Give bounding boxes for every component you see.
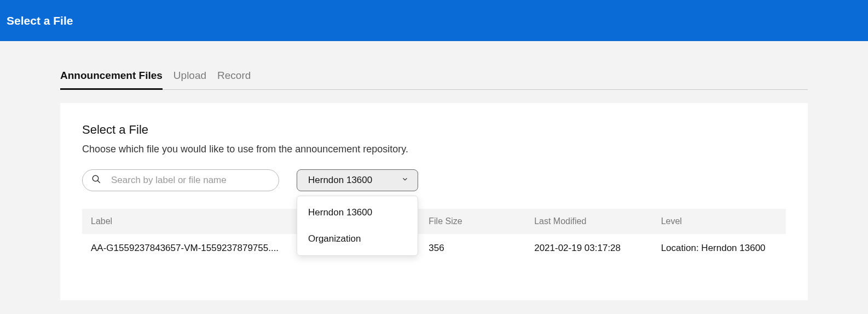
location-dropdown-menu: Herndon 13600 Organization: [297, 196, 418, 256]
panel-title: Select a File: [82, 123, 786, 137]
panel-description: Choose which file you would like to use …: [82, 144, 786, 155]
tab-upload[interactable]: Upload: [173, 70, 206, 89]
panel: Select a File Choose which file you woul…: [60, 103, 808, 300]
header-title: Select a File: [7, 14, 73, 27]
tab-announcement-files[interactable]: Announcement Files: [60, 70, 163, 90]
table-header-row: Label File Size Last Modified Level: [82, 209, 786, 234]
chevron-down-icon: [401, 175, 409, 186]
search-icon: [91, 174, 101, 186]
controls-row: Herndon 13600 Herndon 13600 Organization: [82, 169, 786, 191]
dropdown-selected-label: Herndon 13600: [308, 175, 372, 186]
cell-level: Location: Herndon 13600: [652, 234, 786, 262]
dropdown-option-organization[interactable]: Organization: [297, 226, 418, 252]
location-dropdown: Herndon 13600 Herndon 13600 Organization: [297, 169, 418, 191]
search-input[interactable]: [111, 175, 270, 186]
col-header-filesize[interactable]: File Size: [420, 209, 525, 234]
dropdown-option-herndon[interactable]: Herndon 13600: [297, 199, 418, 226]
cell-lastmodified: 2021-02-19 03:17:28: [525, 234, 652, 262]
search-box[interactable]: [82, 169, 279, 191]
cell-filesize: 356: [420, 234, 525, 262]
tab-record[interactable]: Record: [217, 70, 251, 89]
content-area: Announcement Files Upload Record Select …: [0, 70, 868, 300]
location-dropdown-button[interactable]: Herndon 13600: [297, 169, 418, 191]
files-table: Label File Size Last Modified Level AA-G…: [82, 209, 786, 262]
svg-line-1: [97, 180, 100, 183]
svg-point-0: [92, 175, 99, 181]
tabs-bar: Announcement Files Upload Record: [60, 70, 808, 90]
cell-label: AA-G1559237843657-VM-1559237879755....: [91, 243, 279, 254]
header-bar: Select a File: [0, 0, 868, 41]
col-header-level[interactable]: Level: [652, 209, 786, 234]
table-row[interactable]: AA-G1559237843657-VM-1559237879755.... 3…: [82, 234, 786, 262]
col-header-lastmodified[interactable]: Last Modified: [525, 209, 652, 234]
